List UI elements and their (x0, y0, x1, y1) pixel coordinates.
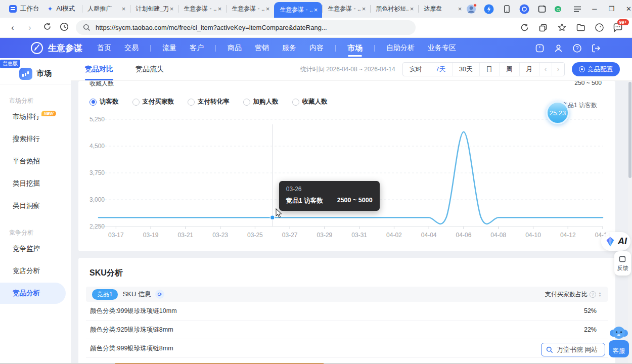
browser-tab[interactable]: 达摩盘× (418, 0, 466, 18)
account-icon[interactable] (554, 43, 563, 53)
range-7天[interactable]: 7天 (429, 63, 452, 76)
browser-tab[interactable]: 生意参谋 - ...× (226, 0, 274, 18)
pinned-ai-mode[interactable]: ✦ AI模式 (47, 5, 82, 13)
site-search-text: 万堂书院 网站 (557, 345, 598, 354)
browser-extension-icon[interactable] (484, 4, 494, 14)
nav-item-自助分析[interactable]: 自助分析 (380, 38, 421, 58)
sidebar-item-类目洞察[interactable]: 类目洞察 (0, 195, 71, 216)
tab-竞品流失[interactable]: 竞品流失 (136, 58, 164, 80)
window-restore-button[interactable]: ❐ (606, 5, 616, 13)
sidebar-groups: 市场分析市场排行NEW搜索排行平台热招类目挖掘类目洞察竞争分析竞争监控竞店分析竞… (0, 97, 71, 304)
sku-row[interactable]: 颜色分类:999银珍珠项链8mm (86, 339, 608, 358)
tab-close-icon[interactable]: × (168, 5, 175, 13)
competitor-config-button[interactable]: 竞品配置 (572, 62, 620, 76)
window-close-button[interactable]: ✕ (624, 5, 632, 13)
range-周[interactable]: 周 (499, 63, 519, 76)
window-minimize-button[interactable]: ─ (590, 5, 599, 13)
sku-name: 颜色分类:999银珍珠项链10mm (90, 307, 177, 315)
sidebar-item-竞店分析[interactable]: 竞店分析 (0, 260, 71, 282)
sidebar-item-平台热招[interactable]: 平台热招 (0, 151, 71, 172)
browser-tab[interactable]: 生意参谋 - ...× (178, 0, 226, 18)
range-实时[interactable]: 实时 (403, 63, 429, 76)
app-center-icon[interactable] (535, 43, 545, 53)
profile-circle-icon[interactable] (594, 23, 604, 33)
page-scrollbar[interactable] (628, 81, 632, 364)
refresh-icon[interactable]: ⟳ (155, 290, 164, 299)
sidebar-item-类目挖掘[interactable]: 类目挖掘 (0, 173, 71, 194)
sku-row[interactable]: 颜色分类:925银珍珠项链8mm22% (86, 321, 608, 339)
nav-item-业务专区[interactable]: 业务专区 (421, 38, 463, 58)
svg-text:3,000: 3,000 (89, 196, 105, 203)
notes-icon[interactable] (537, 4, 547, 14)
sync-refresh-icon[interactable] (519, 23, 529, 33)
tab-close-icon[interactable]: × (216, 5, 223, 13)
ai-assistant-button[interactable]: AI (601, 232, 630, 251)
browser-tab[interactable]: 生意参谋 - ...× (274, 2, 322, 18)
browser-urlbar: ‹ › https://sycm.taobao.com/mc/free/ci_i… (0, 18, 632, 38)
range-30天[interactable]: 30天 (452, 63, 479, 76)
chevron-right-icon[interactable]: › (552, 63, 564, 76)
browser-tab-label: 生意参谋 - ... (328, 5, 360, 13)
tab-close-icon[interactable]: × (312, 6, 320, 14)
forward-button[interactable]: › (24, 23, 35, 32)
phone-sync-icon[interactable] (502, 4, 512, 14)
chevron-left-icon[interactable]: ‹ (539, 63, 552, 76)
sidebar-item-市场排行[interactable]: 市场排行NEW (0, 106, 71, 127)
help-icon[interactable]: ? (572, 43, 582, 53)
feedback-button[interactable]: 反馈 (614, 251, 631, 276)
tab-close-icon[interactable]: × (360, 5, 368, 13)
bookmark-star-icon[interactable] (557, 23, 567, 33)
sku-row[interactable]: 颜色分类:999银珍珠项链10mm52% (86, 302, 608, 321)
sku-analysis-card: SKU分析 竞品1 SKU 信息 ⟳ 支付买家数占比 ? ▲▼ 颜色分类:999… (78, 258, 615, 364)
sidebar-item-竞争监控[interactable]: 竞争监控 (0, 238, 71, 259)
visitor-trend-chart[interactable]: 2,2503,0003,7504,5005,25003-1703-1903-21… (78, 81, 615, 251)
sku-value: 52% (584, 307, 604, 314)
sidebar-item-label: 类目洞察 (13, 201, 40, 210)
scrollbar-thumb[interactable] (628, 82, 631, 178)
browser-tab[interactable]: 人群推广× (82, 0, 130, 18)
nav-item-首页[interactable]: 首页 (91, 38, 118, 58)
messages-icon[interactable]: 99+ (613, 23, 623, 33)
brand[interactable]: 生意参谋 (0, 41, 91, 55)
sort-icon[interactable]: ▲▼ (598, 292, 602, 297)
tab-竞品对比[interactable]: 竞品对比 (85, 58, 113, 80)
assistant-icon[interactable] (519, 4, 529, 14)
range-日[interactable]: 日 (479, 63, 500, 76)
browser-tab[interactable]: 黑色衬衫短...× (370, 0, 418, 18)
range-月[interactable]: 月 (519, 63, 539, 76)
service-mascot-icon (609, 325, 629, 342)
nav-item-服务[interactable]: 服务 (276, 38, 303, 58)
browser-tab[interactable]: 计划创建_万...× (130, 0, 178, 18)
browser-tab[interactable]: 生意参谋 - ...× (322, 0, 370, 18)
tab-close-icon[interactable]: × (409, 5, 416, 13)
tab-close-icon[interactable]: × (120, 5, 127, 13)
nav-item-交易[interactable]: 交易 (118, 38, 145, 58)
customer-service-button[interactable]: 客服 (608, 325, 629, 357)
tab-close-icon[interactable]: × (264, 5, 272, 13)
history-icon[interactable] (59, 22, 70, 33)
reload-button[interactable] (41, 22, 53, 33)
nav-item-内容[interactable]: 内容 (303, 38, 330, 58)
pinned-workbench[interactable]: 工作台 (0, 5, 47, 13)
nav-item-流量[interactable]: 流量 (156, 38, 183, 58)
nav-item-营销[interactable]: 营销 (248, 38, 276, 58)
nav-item-客户[interactable]: 客户 (183, 38, 210, 58)
nav-item-市场[interactable]: 市场 (341, 38, 369, 58)
session-timer-badge[interactable]: 25:23 (546, 101, 569, 124)
profile-avatar[interactable] (466, 4, 476, 14)
site-search-box[interactable]: 万堂书院 网站 (541, 343, 605, 356)
back-button[interactable]: ‹ (7, 23, 18, 32)
address-bar[interactable]: https://sycm.taobao.com/mc/free/ci_item?… (76, 20, 416, 35)
logout-icon[interactable] (591, 43, 601, 53)
tabs-copy-icon[interactable] (538, 23, 548, 33)
nav-item-商品[interactable]: 商品 (221, 38, 248, 58)
trend-chart-card: 收藏人数 250 ~ 500 访客数支付买家数支付转化率加购人数收藏人数 竞品1… (78, 81, 615, 251)
tab-close-icon[interactable]: × (457, 5, 464, 13)
browser-menu-icon[interactable] (572, 4, 582, 14)
extension-logo-icon[interactable]: G (555, 4, 565, 14)
sidebar-item-搜索排行[interactable]: 搜索排行 (0, 128, 71, 150)
downloads-folder-icon[interactable] (575, 23, 585, 33)
sku-metric-header[interactable]: 支付买家数占比 ? ▲▼ (545, 290, 602, 299)
help-tooltip-icon[interactable]: ? (590, 291, 596, 298)
sidebar-item-竞品分析[interactable]: 竞品分析 (0, 283, 66, 304)
